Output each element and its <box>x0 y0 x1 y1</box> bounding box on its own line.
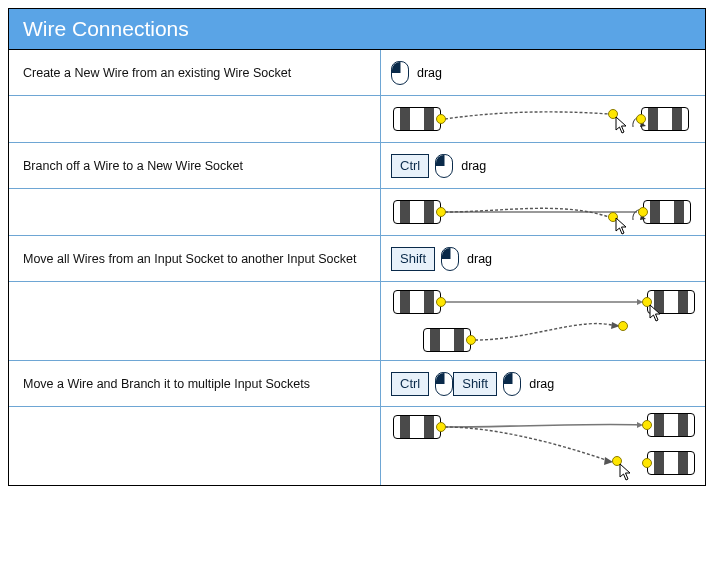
node-block <box>393 200 441 224</box>
illustration-row <box>9 189 705 236</box>
mouse-left-icon <box>435 372 453 396</box>
action-row: Create a New Wire from an existing Wire … <box>9 50 705 96</box>
input-port-icon <box>638 207 648 217</box>
cursor-icon <box>619 463 633 481</box>
action-desc: Move all Wires from an Input Socket to a… <box>9 236 381 281</box>
action-keys: drag <box>381 50 705 95</box>
drag-label: drag <box>529 377 554 391</box>
action-row: Branch off a Wire to a New Wire Socket C… <box>9 143 705 189</box>
cursor-icon <box>615 116 629 134</box>
node-block <box>647 451 695 475</box>
input-port-icon <box>642 420 652 430</box>
illustration-row <box>9 96 705 143</box>
drag-label: drag <box>417 66 442 80</box>
input-port-icon <box>636 114 646 124</box>
output-port-icon <box>436 207 446 217</box>
ctrl-key: Ctrl <box>391 154 429 178</box>
illustration-row <box>9 407 705 485</box>
node-block <box>643 200 691 224</box>
action-keys: Ctrl Shift drag <box>381 361 705 406</box>
illustration-row <box>9 282 705 361</box>
node-block <box>393 290 441 314</box>
action-row: Move a Wire and Branch it to multiple In… <box>9 361 705 407</box>
drag-label: drag <box>467 252 492 266</box>
output-port-icon <box>436 297 446 307</box>
action-desc: Branch off a Wire to a New Wire Socket <box>9 143 381 188</box>
mouse-left-icon <box>503 372 521 396</box>
cursor-icon <box>649 304 663 322</box>
cursor-icon <box>615 217 629 235</box>
mouse-left-icon <box>441 247 459 271</box>
shift-key: Shift <box>453 372 497 396</box>
drag-label: drag <box>461 159 486 173</box>
action-desc: Move a Wire and Branch it to multiple In… <box>9 361 381 406</box>
drag-port-icon <box>618 321 628 331</box>
node-block <box>393 107 441 131</box>
node-block <box>647 413 695 437</box>
wire-connections-panel: Wire Connections Create a New Wire from … <box>8 8 706 486</box>
node-block <box>423 328 471 352</box>
shift-key: Shift <box>391 247 435 271</box>
output-port-icon <box>436 114 446 124</box>
action-keys: Ctrl drag <box>381 143 705 188</box>
panel-title: Wire Connections <box>9 9 705 50</box>
input-port-icon <box>642 458 652 468</box>
output-port-icon <box>436 422 446 432</box>
node-block <box>641 107 689 131</box>
output-port-icon <box>466 335 476 345</box>
mouse-left-icon <box>391 61 409 85</box>
mouse-left-icon <box>435 154 453 178</box>
node-block <box>393 415 441 439</box>
action-desc: Create a New Wire from an existing Wire … <box>9 50 381 95</box>
action-keys: Shift drag <box>381 236 705 281</box>
ctrl-key: Ctrl <box>391 372 429 396</box>
action-row: Move all Wires from an Input Socket to a… <box>9 236 705 282</box>
